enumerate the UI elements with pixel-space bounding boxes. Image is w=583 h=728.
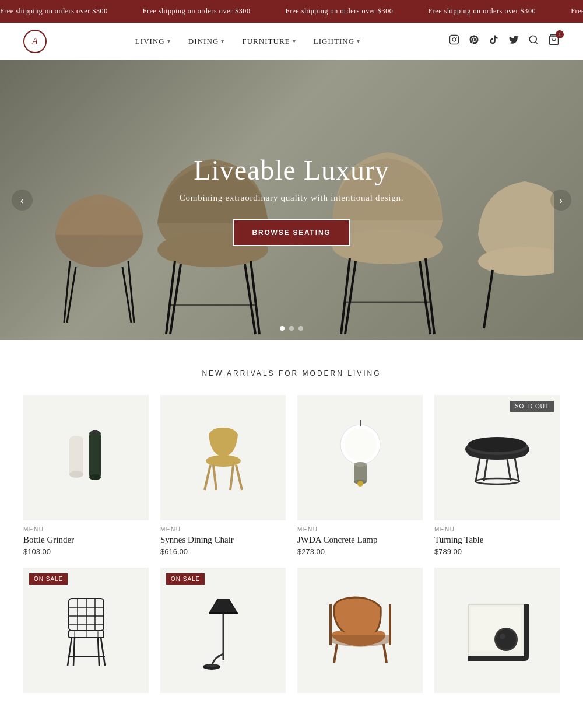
svg-line-50 bbox=[484, 459, 487, 481]
svg-line-49 bbox=[515, 458, 519, 481]
svg-line-73 bbox=[334, 644, 337, 663]
svg-point-31 bbox=[89, 474, 101, 480]
product-card-tray[interactable] bbox=[434, 568, 560, 693]
nav-item-living[interactable]: LIVING ▾ bbox=[135, 37, 171, 46]
svg-rect-30 bbox=[89, 433, 101, 477]
jwda-lamp-icon bbox=[334, 420, 387, 496]
svg-point-72 bbox=[206, 664, 217, 667]
pinterest-icon[interactable] bbox=[469, 34, 479, 48]
svg-point-52 bbox=[475, 478, 519, 484]
product-image-synnes-chair bbox=[160, 395, 286, 520]
cart-icon[interactable]: 1 bbox=[548, 34, 560, 48]
product-image-wire-chair: ON SALE bbox=[23, 568, 149, 693]
svg-point-28 bbox=[69, 471, 83, 478]
product-brand-1: MENU bbox=[160, 526, 286, 533]
products-grid-row2: ON SALE bbox=[23, 568, 560, 693]
svg-line-37 bbox=[230, 465, 233, 490]
announcement-item-4: Free shipping on orders over $300 bbox=[428, 7, 536, 16]
svg-point-39 bbox=[344, 428, 377, 461]
search-icon[interactable] bbox=[528, 34, 539, 48]
hero-title: Liveable Luxury bbox=[194, 154, 389, 186]
header-icons: 1 bbox=[449, 34, 560, 48]
chevron-down-icon: ▾ bbox=[293, 38, 296, 44]
product-image-bottle-grinder bbox=[23, 395, 149, 520]
product-name-2: JWDA Concrete Lamp bbox=[297, 535, 423, 545]
svg-point-43 bbox=[357, 481, 363, 487]
slider-prev-button[interactable]: ‹ bbox=[12, 190, 33, 211]
section-title: NEW ARRIVALS FOR MODERN LIVING bbox=[23, 369, 560, 377]
svg-point-33 bbox=[206, 455, 241, 467]
nav-item-lighting[interactable]: LIGHTING ▾ bbox=[314, 37, 360, 46]
product-brand-2: MENU bbox=[297, 526, 423, 533]
product-card-lounge-chair[interactable] bbox=[297, 568, 423, 693]
header: A LIVING ▾ DINING ▾ FURNITURE ▾ bbox=[0, 23, 583, 60]
slider-dot-2[interactable] bbox=[289, 326, 294, 331]
svg-line-64 bbox=[68, 638, 72, 666]
product-image-jwda-lamp bbox=[297, 395, 423, 520]
instagram-icon[interactable] bbox=[449, 34, 459, 48]
nav-item-furniture[interactable]: FURNITURE ▾ bbox=[242, 37, 296, 46]
twitter-icon[interactable] bbox=[508, 34, 519, 48]
logo[interactable]: A bbox=[23, 30, 47, 53]
product-name-0: Bottle Grinder bbox=[23, 535, 149, 545]
hero-subtitle: Combining extraordinary quality with int… bbox=[180, 193, 403, 203]
svg-line-36 bbox=[213, 465, 216, 490]
svg-line-65 bbox=[101, 638, 105, 666]
announcement-item-3: Free shipping on orders over $300 bbox=[286, 7, 394, 16]
chevron-down-icon: ▾ bbox=[221, 38, 224, 44]
svg-line-34 bbox=[205, 465, 210, 490]
bottle-grinder-icon bbox=[54, 423, 118, 493]
svg-point-2 bbox=[456, 37, 457, 38]
tray-icon bbox=[459, 596, 535, 666]
product-card-wire-chair[interactable]: ON SALE bbox=[23, 568, 149, 693]
product-card-bottle-grinder[interactable]: MENU Bottle Grinder $103.00 bbox=[23, 395, 149, 556]
announcement-bar-content: Free shipping on orders over $300 Free s… bbox=[0, 7, 583, 16]
svg-rect-0 bbox=[449, 36, 458, 44]
product-name-3: Turning Table bbox=[434, 535, 560, 545]
product-card-floor-lamp[interactable]: ON SALE bbox=[160, 568, 286, 693]
cart-badge: 1 bbox=[556, 30, 564, 38]
svg-line-67 bbox=[98, 638, 99, 666]
lounge-chair-icon bbox=[322, 593, 398, 668]
announcement-item-5: Free shipping bbox=[571, 7, 583, 16]
svg-point-80 bbox=[496, 629, 516, 649]
hero-cta-button[interactable]: BROWSE SEATING bbox=[233, 219, 351, 246]
slider-next-button[interactable]: › bbox=[550, 190, 571, 211]
product-name-1: Synnes Dining Chair bbox=[160, 535, 286, 545]
product-price-1: $616.00 bbox=[160, 547, 286, 556]
product-card-turning-table[interactable]: SOLD OUT MENU Turnin bbox=[434, 395, 560, 556]
svg-line-74 bbox=[384, 644, 387, 663]
slider-dot-1[interactable] bbox=[280, 326, 285, 331]
nav-item-dining[interactable]: DINING ▾ bbox=[188, 37, 225, 46]
svg-line-4 bbox=[535, 41, 537, 43]
product-card-synnes-chair[interactable]: MENU Synnes Dining Chair $616.00 bbox=[160, 395, 286, 556]
svg-rect-69 bbox=[209, 612, 238, 614]
svg-line-35 bbox=[236, 465, 242, 490]
product-image-tray bbox=[434, 568, 560, 693]
turning-table-icon bbox=[459, 429, 535, 487]
svg-line-66 bbox=[73, 638, 75, 666]
svg-line-48 bbox=[476, 458, 480, 481]
tiktok-icon[interactable] bbox=[489, 34, 499, 48]
svg-point-47 bbox=[468, 437, 526, 452]
svg-point-3 bbox=[529, 36, 536, 43]
product-card-jwda-lamp[interactable]: MENU JWDA Concrete Lamp $273.00 bbox=[297, 395, 423, 556]
svg-rect-40 bbox=[354, 464, 367, 482]
svg-line-51 bbox=[507, 459, 511, 481]
announcement-bar: Free shipping on orders over $300 Free s… bbox=[0, 0, 583, 23]
svg-point-81 bbox=[500, 634, 505, 639]
product-price-2: $273.00 bbox=[297, 547, 423, 556]
product-brand-0: MENU bbox=[23, 526, 149, 533]
svg-point-1 bbox=[452, 38, 456, 41]
svg-rect-32 bbox=[92, 430, 98, 435]
product-price-0: $103.00 bbox=[23, 547, 149, 556]
hero-text-overlay: Liveable Luxury Combining extraordinary … bbox=[0, 60, 583, 340]
products-grid-row1: MENU Bottle Grinder $103.00 MENU bbox=[23, 395, 560, 556]
on-sale-badge-wire-chair: ON SALE bbox=[29, 573, 68, 584]
product-image-turning-table: SOLD OUT bbox=[434, 395, 560, 520]
wire-chair-icon bbox=[57, 593, 115, 668]
slider-dot-3[interactable] bbox=[298, 326, 303, 331]
announcement-item-1: Free shipping on orders over $300 bbox=[0, 7, 108, 16]
sold-out-badge: SOLD OUT bbox=[510, 401, 554, 412]
product-price-3: $789.00 bbox=[434, 547, 560, 556]
